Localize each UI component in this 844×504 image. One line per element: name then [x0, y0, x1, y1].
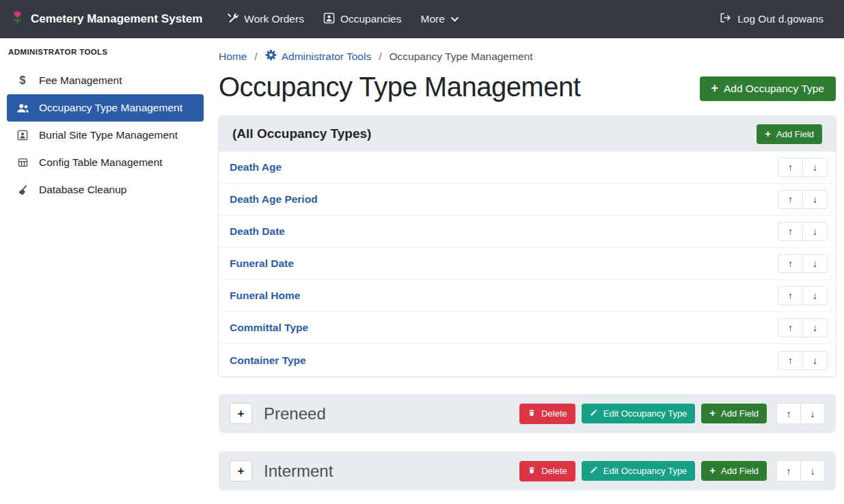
move-up-button[interactable]: ↑: [776, 403, 801, 424]
plus-icon: +: [709, 408, 716, 419]
edit-occupancy-type-label: Edit Occupancy Type: [603, 466, 688, 476]
sidebar-item-label: Occupancy Type Management: [39, 102, 182, 114]
sidebar-item-label: Config Table Management: [39, 156, 163, 169]
sidebar-item-occupancy-type-management[interactable]: Occupancy Type Management: [7, 94, 204, 122]
move-up-button[interactable]: ↑: [778, 318, 803, 337]
edit-occupancy-type-button[interactable]: Edit Occupancy Type: [582, 461, 696, 481]
plus-icon: +: [711, 83, 718, 95]
occupancy-type-name: Preneed: [264, 404, 326, 423]
add-field-button[interactable]: + Add Field: [701, 461, 767, 481]
reorder-controls: ↑ ↓: [778, 318, 828, 337]
move-down-button[interactable]: ↓: [802, 351, 828, 370]
sidebar-item-config-table-management[interactable]: Config Table Management: [7, 149, 204, 176]
section-actions: Delete Edit Occupancy Type + Add Field: [519, 403, 825, 424]
pencil-icon: [590, 408, 598, 419]
edit-occupancy-type-label: Edit Occupancy Type: [603, 408, 688, 419]
move-down-button[interactable]: ↓: [802, 318, 828, 337]
sidebar-item-database-cleanup[interactable]: Database Cleanup: [7, 176, 204, 204]
add-occupancy-type-label: Add Occupancy Type: [724, 83, 824, 95]
sidebar-item-fee-management[interactable]: $ Fee Management: [7, 67, 204, 94]
add-field-button[interactable]: + Add Field: [701, 404, 767, 423]
reorder-controls: ↑ ↓: [778, 222, 828, 241]
move-up-button[interactable]: ↑: [776, 460, 801, 481]
top-navbar: Cemetery Management System Work Orders O…: [0, 0, 844, 38]
add-field-label: Add Field: [721, 408, 759, 419]
nav-more[interactable]: More: [411, 7, 469, 31]
field-link[interactable]: Funeral Date: [230, 257, 294, 270]
move-down-button[interactable]: ↓: [802, 190, 828, 209]
reorder-controls: ↑ ↓: [776, 403, 825, 424]
occupancy-type-section: + Preneed Delete: [219, 394, 836, 433]
expand-button[interactable]: +: [230, 403, 252, 424]
delete-button[interactable]: Delete: [519, 404, 575, 424]
sidebar-heading: ADMINISTRATOR TOOLS: [0, 41, 210, 67]
add-field-label: Add Field: [721, 466, 759, 476]
move-up-button[interactable]: ↑: [778, 351, 803, 370]
move-down-button[interactable]: ↓: [802, 222, 828, 241]
field-link[interactable]: Death Age Period: [230, 193, 318, 206]
occupancy-type-name: Interment: [264, 462, 333, 481]
field-row: Committal Type ↑ ↓: [219, 312, 836, 344]
nav-occupancies-label: Occupancies: [340, 13, 402, 25]
nav-occupancies[interactable]: Occupancies: [314, 6, 411, 33]
field-row: Funeral Home ↑ ↓: [219, 280, 836, 312]
trash-icon: [528, 408, 536, 419]
move-down-button[interactable]: ↓: [802, 254, 828, 273]
all-types-card-title: (All Occupancy Types): [232, 126, 371, 141]
move-down-button[interactable]: ↓: [802, 286, 828, 305]
delete-button[interactable]: Delete: [519, 461, 575, 481]
reorder-controls: ↑ ↓: [776, 460, 825, 481]
reorder-controls: ↑ ↓: [778, 158, 828, 177]
delete-label: Delete: [541, 466, 567, 476]
breadcrumb-admin-tools-label: Administrator Tools: [282, 51, 372, 63]
logout-label: Log Out d.gowans: [737, 13, 823, 25]
breadcrumb-home-link[interactable]: Home: [219, 51, 247, 63]
expand-button[interactable]: +: [230, 460, 252, 481]
flower-logo-icon: [11, 9, 24, 30]
trash-icon: [528, 466, 536, 477]
field-row: Death Date ↑ ↓: [219, 216, 836, 248]
add-field-button[interactable]: + Add Field: [757, 124, 822, 144]
field-link[interactable]: Container Type: [230, 354, 306, 367]
sidebar-item-label: Database Cleanup: [39, 184, 126, 196]
section-actions: Delete Edit Occupancy Type + Add Field: [519, 460, 825, 481]
move-up-button[interactable]: ↑: [778, 158, 803, 177]
edit-occupancy-type-button[interactable]: Edit Occupancy Type: [582, 404, 696, 423]
reorder-controls: ↑ ↓: [778, 254, 828, 273]
move-up-button[interactable]: ↑: [778, 286, 803, 305]
all-types-card-header: (All Occupancy Types) + Add Field: [219, 116, 836, 152]
move-up-button[interactable]: ↑: [778, 254, 803, 273]
sidebar-item-burial-site-type-management[interactable]: Burial Site Type Management: [7, 122, 204, 149]
nav-work-orders-label: Work Orders: [244, 13, 304, 25]
main-content: Home / Administrat: [210, 38, 844, 504]
field-link[interactable]: Committal Type: [230, 322, 308, 334]
sidebar: ADMINISTRATOR TOOLS $ Fee Management Occ…: [0, 38, 210, 504]
burial-site-icon: [15, 130, 30, 141]
nav-work-orders[interactable]: Work Orders: [217, 6, 314, 33]
broom-icon: [15, 184, 30, 196]
move-down-button[interactable]: ↓: [800, 460, 825, 481]
logout-button[interactable]: Log Out d.gowans: [710, 6, 833, 32]
app-brand[interactable]: Cemetery Management System: [11, 9, 202, 30]
field-link[interactable]: Death Age: [230, 161, 282, 173]
field-row: Container Type ↑ ↓: [219, 344, 836, 376]
nav-more-label: More: [421, 13, 445, 25]
sidebar-item-label: Burial Site Type Management: [39, 129, 178, 141]
move-down-button[interactable]: ↓: [802, 158, 828, 177]
breadcrumb-current: Occupancy Type Management: [390, 51, 533, 63]
move-up-button[interactable]: ↑: [778, 190, 803, 209]
field-row: Death Age Period ↑ ↓: [219, 184, 836, 216]
work-orders-icon: [227, 12, 239, 27]
field-link[interactable]: Funeral Home: [230, 290, 300, 302]
field-link[interactable]: Death Date: [230, 225, 285, 238]
breadcrumb-separator: /: [379, 51, 381, 63]
move-down-button[interactable]: ↓: [800, 403, 825, 424]
add-field-label: Add Field: [776, 129, 814, 139]
move-up-button[interactable]: ↑: [778, 222, 803, 241]
sidebar-item-label: Fee Management: [39, 74, 122, 87]
logout-icon: [720, 12, 732, 26]
breadcrumb-admin-tools-link[interactable]: Administrator Tools: [265, 49, 372, 64]
app-title: Cemetery Management System: [31, 12, 202, 26]
add-occupancy-type-button[interactable]: + Add Occupancy Type: [700, 76, 836, 101]
plus-icon: +: [709, 466, 716, 476]
